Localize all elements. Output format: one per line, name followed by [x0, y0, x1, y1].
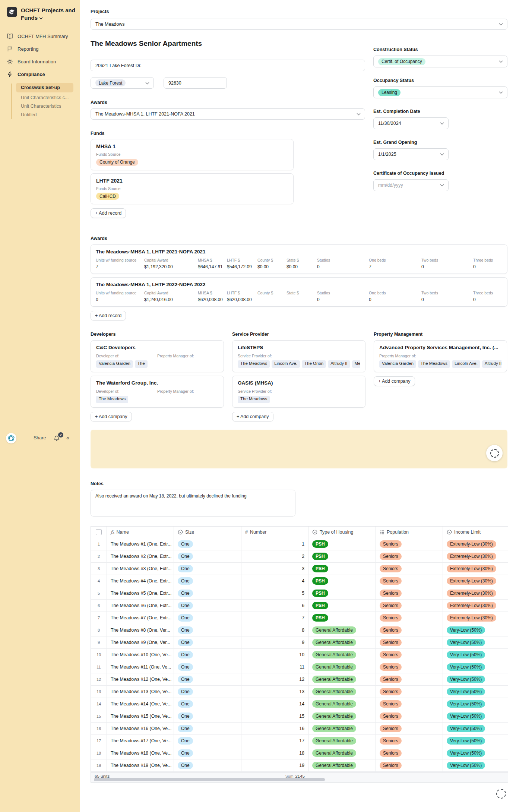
cell-number[interactable]: 19	[241, 759, 308, 771]
cell-size[interactable]: One	[174, 747, 241, 759]
fund-card[interactable]: MHSA 1Funds SourceCounty of Orange	[91, 139, 294, 170]
cell-type-of-housing[interactable]: General Affordable	[308, 649, 376, 661]
cell-number[interactable]: 9	[241, 636, 308, 648]
cell-income-limit[interactable]: Very-Low (50%)	[443, 686, 508, 698]
linked-project-tag[interactable]: The Orion	[302, 360, 326, 368]
cell-type-of-housing[interactable]: PSH	[308, 538, 376, 550]
cell-type-of-housing[interactable]: PSH	[308, 600, 376, 612]
select-all-checkbox[interactable]	[91, 527, 107, 538]
cell-size[interactable]: One	[174, 686, 241, 698]
linked-project-tag[interactable]: Metro	[352, 360, 360, 368]
sidebar-subitem-crosswalk-set-up[interactable]: Crosswalk Set-up	[16, 83, 73, 92]
cell-size[interactable]: One	[174, 563, 241, 575]
cell-income-limit[interactable]: Very-Low (50%)	[443, 636, 508, 648]
cell-number[interactable]: 15	[241, 710, 308, 722]
cell-number[interactable]: 11	[241, 661, 308, 673]
cell-type-of-housing[interactable]: General Affordable	[308, 747, 376, 759]
sidebar-item-ochft-mfh-summary[interactable]: OCHFT MFH Summary	[7, 30, 80, 42]
cell-size[interactable]: One	[174, 710, 241, 722]
table-row[interactable]: 9The Meadows #9 (One, Ver...One9General …	[91, 636, 508, 649]
cell-name[interactable]: The Meadows #1 (One, Extr...	[107, 538, 174, 550]
sidebar-item-reporting[interactable]: Reporting	[7, 42, 80, 55]
sidebar-subitem-unit-characteristics-c[interactable]: Unit Characteristics c...	[16, 94, 80, 102]
cell-population[interactable]: Seniors	[376, 698, 443, 710]
linked-project-tag[interactable]: Valencia Garden	[379, 360, 416, 368]
table-row[interactable]: 5The Meadows #5 (One, Extr...One5PSHSeni…	[91, 587, 508, 600]
cell-size[interactable]: One	[174, 575, 241, 587]
fund-card[interactable]: LHTF 2021Funds SourceCalHCD	[91, 173, 294, 205]
cell-number[interactable]: 3	[241, 563, 308, 575]
table-row[interactable]: 11The Meadows #11 (One, Ve...One11Genera…	[91, 661, 508, 673]
linked-project-tag[interactable]: The Meadows	[238, 360, 270, 368]
notes-textarea[interactable]: Also received an award on May 18, 2022, …	[91, 490, 295, 516]
table-row[interactable]: 2The Meadows #2 (One, Extr...One2PSHSeni…	[91, 550, 508, 563]
cell-population[interactable]: Seniors	[376, 550, 443, 562]
cell-type-of-housing[interactable]: General Affordable	[308, 661, 376, 673]
cell-income-limit[interactable]: Extremely-Low (30%)	[443, 587, 508, 599]
cell-income-limit[interactable]: Very-Low (50%)	[443, 661, 508, 673]
cell-size[interactable]: One	[174, 624, 241, 636]
cell-number[interactable]: 8	[241, 624, 308, 636]
linked-project-tag[interactable]: The Meadows	[238, 396, 270, 403]
cell-number[interactable]: 18	[241, 747, 308, 759]
table-row[interactable]: 10The Meadows #10 (One, Ve...One10Genera…	[91, 649, 508, 661]
cell-income-limit[interactable]: Very-Low (50%)	[443, 649, 508, 661]
cell-size[interactable]: One	[174, 698, 241, 710]
cell-income-limit[interactable]: Very-Low (50%)	[443, 698, 508, 710]
company-card[interactable]: Advanced Property Services Management, I…	[374, 340, 507, 372]
add-company-button[interactable]: + Add company	[232, 412, 273, 421]
cell-size[interactable]: One	[174, 661, 241, 673]
cell-name[interactable]: The Meadows #13 (One, Ve...	[107, 686, 174, 698]
table-row[interactable]: 19The Meadows #19 (One, Ve...One19Genera…	[91, 759, 508, 772]
table-row[interactable]: 6The Meadows #6 (One, Extr...One6PSHSeni…	[91, 600, 508, 612]
award-record-card[interactable]: The Meadows-MHSA 1, LHTF 2022-NOFA 2022U…	[91, 277, 507, 307]
cell-number[interactable]: 7	[241, 612, 308, 624]
cell-income-limit[interactable]: Extremely-Low (30%)	[443, 538, 508, 550]
cell-type-of-housing[interactable]: General Affordable	[308, 686, 376, 698]
grand-opening-select[interactable]: 1/1/2025	[373, 148, 449, 160]
collapse-sidebar-button[interactable]: «	[66, 435, 69, 441]
cell-size[interactable]: One	[174, 600, 241, 612]
cell-type-of-housing[interactable]: General Affordable	[308, 673, 376, 685]
org-logo[interactable]	[6, 433, 16, 443]
cell-size[interactable]: One	[174, 636, 241, 648]
company-card[interactable]: OASIS (MHSA)Service Provider of:The Mead…	[232, 376, 365, 408]
sidebar-item-compliance[interactable]: Compliance	[7, 68, 80, 80]
cell-type-of-housing[interactable]: General Affordable	[308, 624, 376, 636]
linked-project-tag[interactable]: Valencia Garden	[96, 360, 133, 368]
add-fund-record-button[interactable]: + Add record	[91, 208, 126, 218]
cell-income-limit[interactable]: Extremely-Low (30%)	[443, 600, 508, 612]
cell-population[interactable]: Seniors	[376, 759, 443, 771]
cell-income-limit[interactable]: Very-Low (50%)	[443, 624, 508, 636]
column-header-size[interactable]: Size	[174, 527, 241, 538]
sidebar-subitem-unit-characteristics[interactable]: Unit Characteristics	[16, 102, 80, 110]
cell-number[interactable]: 5	[241, 587, 308, 599]
construction-status-select[interactable]: Certif. of Occupancy	[373, 56, 507, 67]
table-row[interactable]: 3The Meadows #3 (One, Extr...One3PSHSeni…	[91, 563, 508, 575]
table-row[interactable]: 16The Meadows #16 (One, Ve...One16Genera…	[91, 723, 508, 735]
cell-number[interactable]: 13	[241, 686, 308, 698]
cell-size[interactable]: One	[174, 587, 241, 599]
cell-name[interactable]: The Meadows #7 (One, Extr...	[107, 612, 174, 624]
cell-name[interactable]: The Meadows #5 (One, Extr...	[107, 587, 174, 599]
cell-number[interactable]: 10	[241, 649, 308, 661]
cell-population[interactable]: Seniors	[376, 661, 443, 673]
column-header-income-limit[interactable]: Income Limit	[443, 527, 508, 538]
cell-number[interactable]: 14	[241, 698, 308, 710]
cell-income-limit[interactable]: Extremely-Low (30%)	[443, 563, 508, 575]
cell-number[interactable]: 12	[241, 673, 308, 685]
cell-population[interactable]: Seniors	[376, 587, 443, 599]
cell-name[interactable]: The Meadows #3 (One, Extr...	[107, 563, 174, 575]
column-header-population[interactable]: Population	[376, 527, 443, 538]
cell-income-limit[interactable]: Very-Low (50%)	[443, 723, 508, 734]
cell-population[interactable]: Seniors	[376, 636, 443, 648]
company-card[interactable]: The Waterford Group, Inc.Developer of:Th…	[91, 376, 224, 408]
cell-size[interactable]: One	[174, 612, 241, 624]
cell-name[interactable]: The Meadows #15 (One, Ve...	[107, 710, 174, 722]
cell-population[interactable]: Seniors	[376, 686, 443, 698]
add-company-button[interactable]: + Add company	[374, 376, 415, 386]
cell-population[interactable]: Seniors	[376, 649, 443, 661]
cell-size[interactable]: One	[174, 723, 241, 734]
cell-type-of-housing[interactable]: PSH	[308, 612, 376, 624]
cell-income-limit[interactable]: Very-Low (50%)	[443, 673, 508, 685]
